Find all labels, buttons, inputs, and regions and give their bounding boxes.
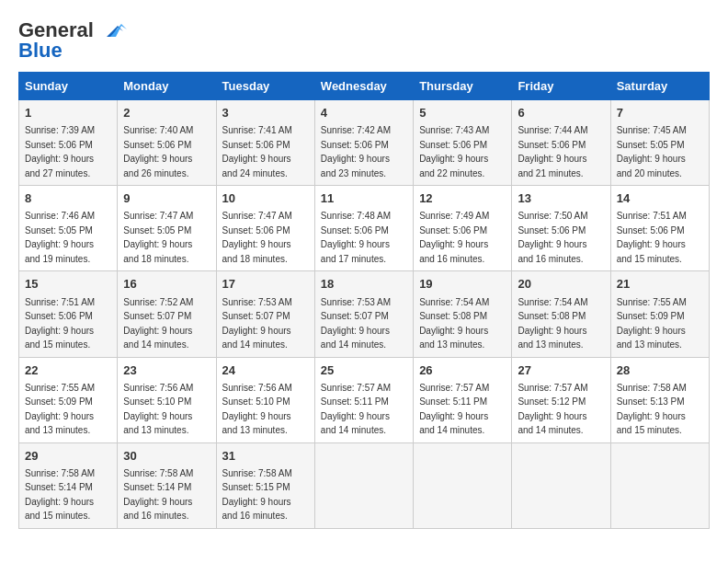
calendar-cell: 28Sunrise: 7:58 AMSunset: 5:13 PMDayligh… — [610, 357, 709, 442]
day-number: 17 — [222, 276, 309, 293]
day-number: 28 — [617, 362, 703, 379]
day-info: Sunrise: 7:41 AMSunset: 5:06 PMDaylight:… — [222, 125, 292, 178]
column-header-monday: Monday — [118, 73, 216, 100]
day-number: 3 — [222, 105, 309, 121]
calendar-cell: 14Sunrise: 7:51 AMSunset: 5:06 PMDayligh… — [610, 186, 709, 271]
day-info: Sunrise: 7:43 AMSunset: 5:06 PMDaylight:… — [419, 125, 489, 178]
day-info: Sunrise: 7:45 AMSunset: 5:05 PMDaylight:… — [617, 125, 687, 178]
calendar-cell: 22Sunrise: 7:55 AMSunset: 5:09 PMDayligh… — [19, 357, 118, 442]
calendar-cell: 24Sunrise: 7:56 AMSunset: 5:10 PMDayligh… — [216, 357, 314, 442]
day-info: Sunrise: 7:56 AMSunset: 5:10 PMDaylight:… — [222, 383, 292, 436]
day-number: 14 — [617, 190, 703, 207]
calendar-cell: 18Sunrise: 7:53 AMSunset: 5:07 PMDayligh… — [314, 271, 413, 357]
day-number: 22 — [25, 362, 111, 379]
day-info: Sunrise: 7:47 AMSunset: 5:05 PMDaylight:… — [123, 211, 193, 264]
day-info: Sunrise: 7:55 AMSunset: 5:09 PMDaylight:… — [25, 383, 95, 436]
calendar-cell: 8Sunrise: 7:46 AMSunset: 5:05 PMDaylight… — [19, 186, 118, 271]
day-info: Sunrise: 7:54 AMSunset: 5:08 PMDaylight:… — [518, 297, 587, 350]
column-header-thursday: Thursday — [414, 73, 512, 100]
calendar-week-row: 8Sunrise: 7:46 AMSunset: 5:05 PMDaylight… — [19, 186, 710, 271]
calendar-cell — [414, 442, 512, 528]
column-header-tuesday: Tuesday — [216, 73, 314, 100]
day-number: 4 — [321, 105, 407, 121]
day-info: Sunrise: 7:58 AMSunset: 5:15 PMDaylight:… — [222, 468, 292, 522]
calendar-table: SundayMondayTuesdayWednesdayThursdayFrid… — [18, 72, 710, 529]
day-info: Sunrise: 7:58 AMSunset: 5:14 PMDaylight:… — [123, 468, 193, 522]
day-number: 1 — [25, 105, 111, 121]
day-number: 26 — [419, 362, 506, 379]
calendar-cell: 9Sunrise: 7:47 AMSunset: 5:05 PMDaylight… — [118, 186, 216, 271]
calendar-cell: 10Sunrise: 7:47 AMSunset: 5:06 PMDayligh… — [216, 186, 314, 271]
day-info: Sunrise: 7:46 AMSunset: 5:05 PMDaylight:… — [25, 211, 95, 264]
day-info: Sunrise: 7:39 AMSunset: 5:06 PMDaylight:… — [25, 125, 95, 178]
calendar-cell: 31Sunrise: 7:58 AMSunset: 5:15 PMDayligh… — [216, 442, 314, 528]
calendar-cell: 6Sunrise: 7:44 AMSunset: 5:06 PMDaylight… — [512, 100, 610, 186]
calendar-cell: 30Sunrise: 7:58 AMSunset: 5:14 PMDayligh… — [118, 442, 216, 528]
day-info: Sunrise: 7:52 AMSunset: 5:07 PMDaylight:… — [123, 297, 193, 350]
day-number: 21 — [617, 276, 703, 293]
day-info: Sunrise: 7:57 AMSunset: 5:11 PMDaylight:… — [419, 383, 489, 436]
day-info: Sunrise: 7:53 AMSunset: 5:07 PMDaylight:… — [222, 297, 292, 350]
day-number: 11 — [321, 190, 407, 207]
day-info: Sunrise: 7:44 AMSunset: 5:06 PMDaylight:… — [518, 125, 587, 178]
calendar-cell — [610, 442, 709, 528]
day-info: Sunrise: 7:54 AMSunset: 5:08 PMDaylight:… — [419, 297, 489, 350]
day-number: 31 — [222, 448, 309, 465]
day-info: Sunrise: 7:55 AMSunset: 5:09 PMDaylight:… — [617, 297, 687, 350]
day-info: Sunrise: 7:56 AMSunset: 5:10 PMDaylight:… — [123, 383, 193, 436]
calendar-cell: 12Sunrise: 7:49 AMSunset: 5:06 PMDayligh… — [414, 186, 512, 271]
day-number: 10 — [222, 190, 309, 207]
day-number: 13 — [518, 190, 604, 207]
calendar-cell: 1Sunrise: 7:39 AMSunset: 5:06 PMDaylight… — [19, 100, 118, 186]
calendar-cell: 27Sunrise: 7:57 AMSunset: 5:12 PMDayligh… — [512, 357, 610, 442]
day-number: 8 — [25, 190, 111, 207]
logo: General Blue — [18, 18, 127, 63]
calendar-week-row: 22Sunrise: 7:55 AMSunset: 5:09 PMDayligh… — [19, 357, 710, 442]
day-number: 25 — [321, 362, 407, 379]
calendar-cell: 26Sunrise: 7:57 AMSunset: 5:11 PMDayligh… — [414, 357, 512, 442]
day-number: 29 — [25, 448, 111, 465]
day-number: 27 — [518, 362, 604, 379]
day-number: 30 — [123, 448, 210, 465]
calendar-week-row: 29Sunrise: 7:58 AMSunset: 5:14 PMDayligh… — [19, 442, 710, 528]
calendar-cell: 20Sunrise: 7:54 AMSunset: 5:08 PMDayligh… — [512, 271, 610, 357]
day-info: Sunrise: 7:57 AMSunset: 5:12 PMDaylight:… — [518, 383, 587, 436]
calendar-cell: 2Sunrise: 7:40 AMSunset: 5:06 PMDaylight… — [118, 100, 216, 186]
calendar-cell — [314, 442, 413, 528]
calendar-cell: 19Sunrise: 7:54 AMSunset: 5:08 PMDayligh… — [414, 271, 512, 357]
logo-blue: Blue — [18, 39, 63, 63]
day-info: Sunrise: 7:51 AMSunset: 5:06 PMDaylight:… — [617, 211, 687, 264]
column-header-sunday: Sunday — [19, 73, 118, 100]
day-info: Sunrise: 7:58 AMSunset: 5:14 PMDaylight:… — [25, 468, 95, 522]
calendar-cell: 16Sunrise: 7:52 AMSunset: 5:07 PMDayligh… — [118, 271, 216, 357]
column-header-wednesday: Wednesday — [314, 73, 413, 100]
page-header: General Blue — [18, 18, 710, 63]
day-info: Sunrise: 7:40 AMSunset: 5:06 PMDaylight:… — [123, 125, 193, 178]
day-info: Sunrise: 7:58 AMSunset: 5:13 PMDaylight:… — [617, 383, 687, 436]
calendar-cell: 13Sunrise: 7:50 AMSunset: 5:06 PMDayligh… — [512, 186, 610, 271]
day-number: 2 — [123, 105, 210, 121]
calendar-cell: 4Sunrise: 7:42 AMSunset: 5:06 PMDaylight… — [314, 100, 413, 186]
calendar-header-row: SundayMondayTuesdayWednesdayThursdayFrid… — [19, 73, 710, 100]
day-number: 23 — [123, 362, 210, 379]
calendar-cell: 17Sunrise: 7:53 AMSunset: 5:07 PMDayligh… — [216, 271, 314, 357]
day-number: 18 — [321, 276, 407, 293]
day-info: Sunrise: 7:53 AMSunset: 5:07 PMDaylight:… — [321, 297, 391, 350]
calendar-cell: 11Sunrise: 7:48 AMSunset: 5:06 PMDayligh… — [314, 186, 413, 271]
column-header-friday: Friday — [512, 73, 610, 100]
day-info: Sunrise: 7:47 AMSunset: 5:06 PMDaylight:… — [222, 211, 292, 264]
day-number: 9 — [123, 190, 210, 207]
day-number: 15 — [25, 276, 111, 293]
svg-marker-1 — [110, 24, 127, 37]
calendar-cell: 25Sunrise: 7:57 AMSunset: 5:11 PMDayligh… — [314, 357, 413, 442]
day-info: Sunrise: 7:50 AMSunset: 5:06 PMDaylight:… — [518, 211, 587, 264]
day-info: Sunrise: 7:49 AMSunset: 5:06 PMDaylight:… — [419, 211, 489, 264]
day-info: Sunrise: 7:48 AMSunset: 5:06 PMDaylight:… — [321, 211, 391, 264]
calendar-week-row: 1Sunrise: 7:39 AMSunset: 5:06 PMDaylight… — [19, 100, 710, 186]
calendar-cell — [512, 442, 610, 528]
day-number: 7 — [617, 105, 703, 121]
day-number: 24 — [222, 362, 309, 379]
day-number: 19 — [419, 276, 506, 293]
day-info: Sunrise: 7:57 AMSunset: 5:11 PMDaylight:… — [321, 383, 391, 436]
calendar-cell: 15Sunrise: 7:51 AMSunset: 5:06 PMDayligh… — [19, 271, 118, 357]
